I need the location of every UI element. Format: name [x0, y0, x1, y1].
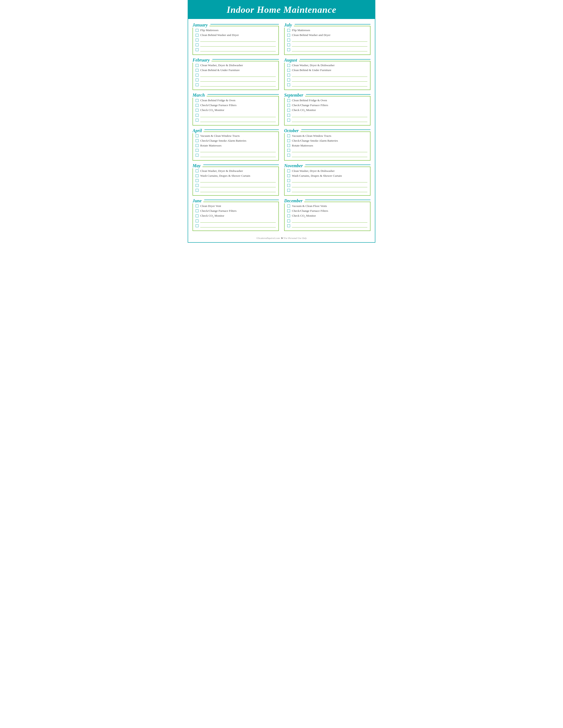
item-text: Clean Washer, Dryer & Dishwasher: [292, 169, 335, 173]
checkbox-icon[interactable]: [195, 174, 198, 177]
checkbox-icon[interactable]: [287, 209, 290, 212]
blank-checkbox-icon[interactable]: [287, 179, 290, 182]
blank-checkbox-icon[interactable]: [287, 83, 290, 86]
checkbox-icon[interactable]: [287, 174, 290, 177]
blank-checkbox-icon[interactable]: [287, 149, 290, 152]
item-text: Clean Behind Fridge & Oven: [200, 99, 235, 102]
item-text: Wash Curtains, Drapes & Shower Curtain: [292, 174, 342, 178]
checklist-item: Check/Change Furnace Filters: [287, 103, 368, 107]
blank-checkbox-icon[interactable]: [287, 119, 290, 122]
blank-checkbox-icon[interactable]: [195, 39, 198, 41]
blank-checklist-item: [195, 73, 276, 77]
blank-checkbox-icon[interactable]: [195, 189, 198, 192]
blank-checkbox-icon[interactable]: [287, 189, 290, 192]
month-name-june: June: [192, 198, 203, 203]
blank-checklist-item: [287, 184, 368, 187]
month-section-october: OctoberVacuum & Clean Window TractsCheck…: [284, 128, 371, 161]
blank-line: [200, 189, 276, 192]
blank-checkbox-icon[interactable]: [195, 79, 198, 81]
checkbox-icon[interactable]: [287, 64, 290, 67]
checkbox-icon[interactable]: [287, 205, 290, 207]
blank-checkbox-icon[interactable]: [195, 179, 198, 182]
blank-line: [292, 118, 368, 122]
month-section-august: AugustClean Washer, Dryer & DishwasherCl…: [284, 58, 371, 90]
checkbox-icon[interactable]: [195, 29, 198, 32]
blank-checkbox-icon[interactable]: [287, 220, 290, 222]
blank-checkbox-icon[interactable]: [195, 43, 198, 46]
blank-line: [200, 219, 276, 223]
checkbox-icon[interactable]: [195, 169, 198, 172]
checkbox-icon[interactable]: [287, 214, 290, 217]
blank-checkbox-icon[interactable]: [195, 119, 198, 122]
checkbox-icon[interactable]: [287, 34, 290, 37]
checklist-item: Vacuum & Clean Floor Vents: [287, 204, 368, 208]
checkbox-icon[interactable]: [195, 109, 198, 112]
checkbox-icon[interactable]: [195, 205, 198, 207]
checkbox-icon[interactable]: [195, 214, 198, 217]
blank-checkbox-icon[interactable]: [195, 154, 198, 157]
blank-line: [200, 149, 276, 152]
month-section-may: MayClean Washer, Dryer & DishwasherWash …: [192, 163, 279, 196]
checkbox-icon[interactable]: [195, 99, 198, 102]
blank-checkbox-icon[interactable]: [195, 48, 198, 51]
blank-checkbox-icon[interactable]: [287, 114, 290, 117]
blank-line: [292, 43, 368, 47]
blank-checklist-item: [195, 43, 276, 47]
blank-checkbox-icon[interactable]: [287, 184, 290, 187]
checkbox-icon[interactable]: [195, 144, 198, 147]
checkbox-icon[interactable]: [287, 69, 290, 72]
checkbox-icon[interactable]: [287, 139, 290, 142]
checkbox-icon[interactable]: [195, 104, 198, 107]
blank-checklist-item: [195, 118, 276, 122]
blank-checkbox-icon[interactable]: [287, 224, 290, 227]
checkbox-icon[interactable]: [195, 69, 198, 72]
checkbox-icon[interactable]: [287, 134, 290, 137]
blank-checkbox-icon[interactable]: [195, 74, 198, 77]
item-text: Wash Curtains, Drapes & Shower Curtain: [200, 174, 250, 178]
checklist-item: Check CO2 Monitor: [195, 108, 276, 112]
blank-line: [200, 114, 276, 117]
blank-checkbox-icon[interactable]: [195, 114, 198, 117]
checkbox-icon[interactable]: [195, 209, 198, 212]
month-name-february: February: [192, 58, 211, 63]
blank-checkbox-icon[interactable]: [287, 43, 290, 46]
blank-checkbox-icon[interactable]: [287, 154, 290, 157]
checkbox-icon[interactable]: [195, 134, 198, 137]
item-text: Check/Change Furnace Filters: [292, 209, 328, 213]
month-label-row: February: [192, 58, 279, 61]
checkbox-icon[interactable]: [287, 29, 290, 32]
blank-checkbox-icon[interactable]: [287, 39, 290, 41]
blank-checklist-item: [195, 78, 276, 82]
checkbox-icon[interactable]: [287, 99, 290, 102]
blank-checkbox-icon[interactable]: [195, 184, 198, 187]
month-box-may: Clean Washer, Dryer & DishwasherWash Cur…: [192, 167, 279, 196]
checkbox-icon[interactable]: [287, 104, 290, 107]
checklist-item: Clean Behind Fridge & Oven: [195, 99, 276, 102]
blank-checkbox-icon[interactable]: [195, 224, 198, 227]
blank-checklist-item: [287, 118, 368, 122]
item-text: Check CO2 Monitor: [200, 214, 224, 218]
blank-checkbox-icon[interactable]: [195, 220, 198, 222]
blank-checkbox-icon[interactable]: [287, 48, 290, 51]
month-section-march: MarchClean Behind Fridge & OvenCheck/Cha…: [192, 93, 279, 126]
blank-line: [200, 118, 276, 122]
blank-checklist-item: [195, 189, 276, 192]
blank-line: [200, 224, 276, 227]
checklist-item: Check/Change Furnace Filters: [195, 209, 276, 213]
month-box-august: Clean Washer, Dryer & DishwasherClean Be…: [284, 61, 371, 90]
blank-checklist-item: [287, 224, 368, 227]
blank-checklist-item: [287, 83, 368, 86]
checkbox-icon[interactable]: [195, 34, 198, 37]
blank-checkbox-icon[interactable]: [195, 83, 198, 86]
blank-checkbox-icon[interactable]: [287, 74, 290, 77]
blank-checkbox-icon[interactable]: [287, 79, 290, 81]
checkbox-icon[interactable]: [287, 109, 290, 112]
checkbox-icon[interactable]: [195, 139, 198, 142]
month-label-row: October: [284, 128, 371, 131]
checklist-item: Wash Curtains, Drapes & Shower Curtain: [195, 174, 276, 178]
checkbox-icon[interactable]: [287, 169, 290, 172]
checkbox-icon[interactable]: [195, 64, 198, 67]
checkbox-icon[interactable]: [287, 144, 290, 147]
blank-checkbox-icon[interactable]: [195, 149, 198, 152]
month-name-april: April: [192, 128, 203, 133]
